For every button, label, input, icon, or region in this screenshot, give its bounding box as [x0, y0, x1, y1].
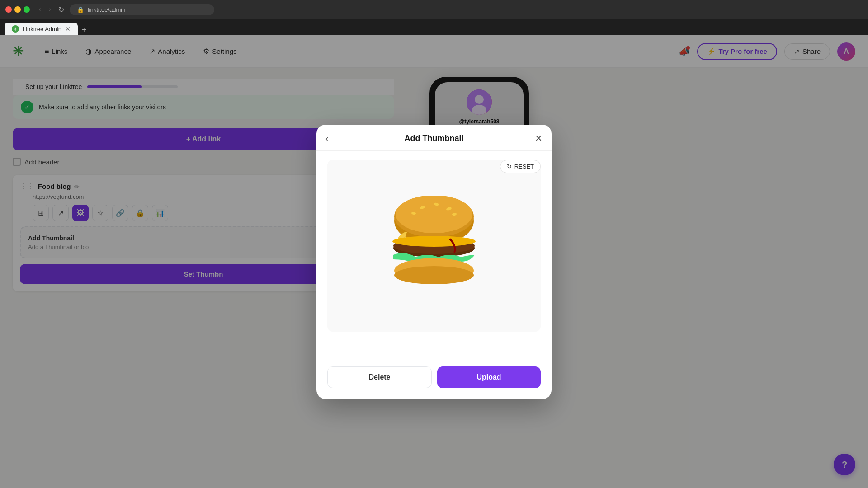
window-max-btn[interactable] [24, 6, 30, 13]
reset-btn[interactable]: ↻ RESET [500, 160, 541, 173]
modal-close-btn[interactable]: ✕ [535, 133, 542, 144]
tab-favicon: ✳ [12, 25, 19, 33]
browser-chrome: ‹ › ↻ 🔒 linktr.ee/admin [0, 0, 868, 19]
modal-title: Add Thumbnail [405, 134, 464, 143]
thumbnail-image [380, 192, 488, 300]
svg-point-13 [392, 236, 476, 247]
url-text: linktr.ee/admin [88, 6, 126, 13]
modal-footer: Delete Upload [316, 359, 552, 399]
add-thumbnail-modal: ‹ Add Thumbnail ✕ ↻ RESET [316, 125, 552, 399]
reset-label: RESET [514, 163, 534, 170]
modal-header: ‹ Add Thumbnail ✕ [316, 125, 552, 151]
tab-close-btn[interactable]: ✕ [65, 25, 71, 33]
burger-svg [382, 196, 486, 296]
new-tab-btn[interactable]: + [81, 25, 87, 35]
window-controls [5, 6, 30, 13]
window-min-btn[interactable] [14, 6, 21, 13]
reset-icon: ↻ [507, 163, 512, 170]
browser-navigation: ‹ › ↻ [37, 4, 66, 16]
tab-bar: ✳ Linktree Admin ✕ + [0, 19, 868, 35]
nav-forward-btn[interactable]: › [47, 4, 52, 15]
nav-refresh-btn[interactable]: ↻ [57, 4, 66, 16]
modal-body: ↻ RESET [316, 151, 552, 359]
svg-point-15 [394, 266, 474, 284]
modal-overlay[interactable]: ‹ Add Thumbnail ✕ ↻ RESET [0, 35, 868, 488]
nav-back-btn[interactable]: ‹ [37, 4, 43, 15]
lock-icon: 🔒 [77, 6, 84, 13]
address-bar[interactable]: 🔒 linktr.ee/admin [70, 4, 214, 15]
window-close-btn[interactable] [5, 6, 12, 13]
svg-point-5 [396, 196, 472, 233]
thumbnail-preview-area [327, 160, 541, 332]
delete-btn[interactable]: Delete [327, 366, 432, 388]
upload-btn[interactable]: Upload [437, 366, 541, 388]
modal-back-btn[interactable]: ‹ [326, 133, 329, 144]
browser-tab[interactable]: ✳ Linktree Admin ✕ [5, 23, 78, 35]
tab-title: Linktree Admin [23, 26, 61, 33]
